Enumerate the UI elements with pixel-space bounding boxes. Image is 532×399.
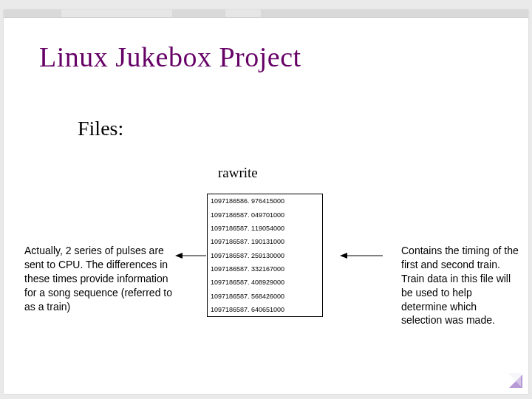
accent-seg bbox=[225, 10, 261, 17]
svg-marker-3 bbox=[340, 253, 347, 259]
slide: Linux Jukebox Project Files: rawrite 109… bbox=[4, 10, 528, 394]
timestamp-row: 1097186587. 190131000 bbox=[208, 235, 322, 248]
timestamp-box: 1097186586. 976415000 1097186587. 049701… bbox=[207, 194, 323, 317]
file-label: rawrite bbox=[218, 165, 258, 181]
timestamp-row: 1097186587. 568426000 bbox=[208, 290, 322, 303]
arrow-left-icon bbox=[175, 250, 208, 261]
section-heading: Files: bbox=[78, 117, 123, 140]
timestamp-row: 1097186587. 259130000 bbox=[208, 249, 322, 262]
page-title: Linux Jukebox Project bbox=[39, 41, 301, 73]
accent-seg bbox=[61, 10, 172, 17]
timestamp-row: 1097186587. 332167000 bbox=[208, 262, 322, 276]
timestamp-row: 1097186587. 640651000 bbox=[208, 303, 322, 316]
top-accent-bar bbox=[4, 10, 528, 18]
arrow-right-icon bbox=[340, 250, 384, 261]
timestamp-row: 1097186587. 119054000 bbox=[208, 222, 322, 235]
annotation-right: Contains the timing of the first and sec… bbox=[401, 244, 519, 327]
page-curl-icon bbox=[508, 373, 522, 388]
timestamp-row: 1097186587. 049701000 bbox=[208, 208, 322, 221]
timestamp-row: 1097186587. 408929000 bbox=[208, 276, 322, 289]
timestamp-row: 1097186586. 976415000 bbox=[208, 194, 322, 208]
annotation-left: Actually, 2 series of pulses are sent to… bbox=[24, 244, 176, 313]
svg-marker-1 bbox=[175, 253, 183, 259]
